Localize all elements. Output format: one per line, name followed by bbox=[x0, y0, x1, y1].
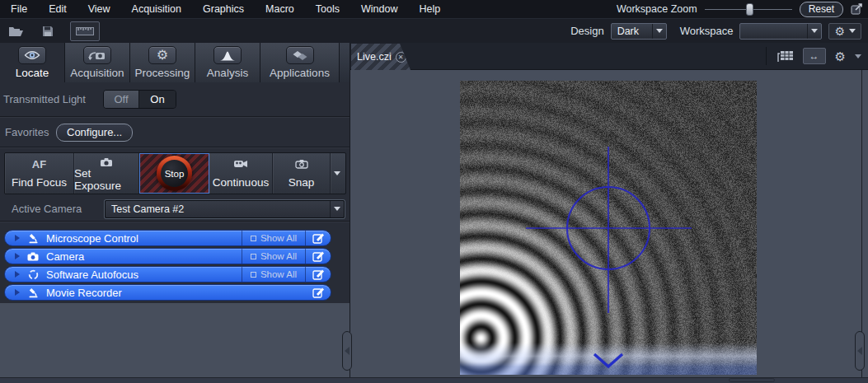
slider-handle[interactable] bbox=[746, 3, 753, 16]
undock-button[interactable] bbox=[306, 287, 331, 298]
show-all-toggle[interactable]: Show All bbox=[242, 267, 306, 282]
undock-button[interactable] bbox=[306, 250, 331, 262]
zen-application-window: File Edit View Acquisition Graphics Macr… bbox=[0, 0, 868, 383]
show-all-label: Show All bbox=[260, 269, 297, 279]
camera-icon bbox=[100, 157, 113, 167]
show-all-toggle[interactable]: Show All bbox=[242, 231, 306, 245]
expander-icon[interactable] bbox=[15, 235, 20, 241]
show-all-toggle[interactable]: Show All bbox=[242, 249, 306, 264]
workspace-zoom-slider[interactable] bbox=[705, 2, 792, 16]
document-tab-label: Live.czi bbox=[357, 51, 392, 63]
transmitted-light-toggle[interactable]: Off On bbox=[103, 90, 176, 109]
camera-icon bbox=[26, 252, 40, 261]
tab-acquisition[interactable]: Acquisition bbox=[65, 43, 130, 82]
button-label: Snap bbox=[289, 176, 315, 189]
undock-button[interactable] bbox=[306, 269, 331, 280]
toggle-off-button[interactable]: Off bbox=[104, 91, 139, 108]
tool-header-software-autofocus[interactable]: Software Autofocus Show All bbox=[4, 266, 331, 283]
tool-header-movie-recorder[interactable]: Movie Recorder bbox=[4, 284, 331, 301]
autofocus-icon bbox=[26, 269, 40, 280]
save-icon[interactable] bbox=[42, 26, 54, 37]
toggle-on-button[interactable]: On bbox=[139, 91, 176, 108]
menu-window[interactable]: Window bbox=[350, 0, 408, 18]
tab-processing[interactable]: ⚙ Processing bbox=[130, 43, 195, 82]
chevron-down-icon bbox=[849, 29, 856, 33]
tab-locate[interactable]: Locate bbox=[0, 43, 65, 82]
microscope-icon bbox=[26, 233, 40, 244]
menu-tools[interactable]: Tools bbox=[305, 0, 350, 18]
gear-icon: ⚙ bbox=[148, 46, 176, 64]
movie-recorder-icon bbox=[26, 287, 40, 298]
tab-applications[interactable]: Applications bbox=[260, 43, 340, 82]
workspace-label: Workspace bbox=[680, 25, 734, 37]
close-icon[interactable]: ✕ bbox=[396, 52, 406, 63]
menu-graphics[interactable]: Graphics bbox=[192, 0, 255, 18]
stop-ring: Stop bbox=[157, 156, 192, 191]
tab-analysis[interactable]: Analysis bbox=[195, 43, 260, 82]
document-tab-live-czi[interactable]: Live.czi ✕ bbox=[351, 44, 411, 70]
bottom-panel-collapse-handle[interactable] bbox=[729, 378, 775, 382]
gear-icon[interactable]: ⚙ bbox=[835, 50, 846, 63]
stop-button[interactable]: Stop bbox=[139, 153, 209, 194]
workspace-settings-button[interactable]: ⚙ bbox=[828, 23, 861, 40]
expander-icon[interactable] bbox=[15, 253, 20, 259]
menu-help[interactable]: Help bbox=[408, 0, 451, 18]
left-panel-collapse-handle[interactable] bbox=[342, 331, 352, 371]
chevron-down-icon[interactable] bbox=[330, 201, 344, 217]
live-camera-image[interactable] bbox=[460, 81, 757, 375]
workspace-select[interactable] bbox=[739, 23, 822, 40]
right-panel-collapse-handle[interactable] bbox=[855, 331, 865, 371]
show-all-label: Show All bbox=[260, 251, 297, 261]
checkbox-icon[interactable] bbox=[251, 272, 256, 278]
set-exposure-button[interactable]: Set Exposure bbox=[74, 153, 139, 194]
design-label: Design bbox=[570, 25, 603, 37]
open-folder-icon[interactable] bbox=[8, 26, 24, 37]
menu-acquisition[interactable]: Acquisition bbox=[121, 0, 192, 18]
tool-header-camera[interactable]: Camera Show All bbox=[4, 248, 331, 264]
configure-button[interactable]: Configure... bbox=[56, 124, 133, 142]
expander-icon[interactable] bbox=[15, 289, 20, 296]
gear-icon: ⚙ bbox=[834, 26, 845, 37]
snap-button[interactable]: Snap bbox=[273, 153, 331, 194]
camera-arrow-icon bbox=[83, 46, 111, 64]
design-select[interactable]: Dark bbox=[611, 23, 667, 40]
reset-button[interactable]: Reset bbox=[800, 2, 843, 17]
checkbox-icon[interactable] bbox=[251, 236, 256, 241]
collapse-left-icon bbox=[345, 347, 350, 355]
ruler-tool-icon[interactable] bbox=[70, 21, 100, 41]
active-camera-select[interactable]: Test Camera #2 bbox=[105, 200, 345, 218]
expand-horizontal-icon[interactable]: ↔ bbox=[803, 48, 826, 64]
more-actions-button[interactable] bbox=[331, 153, 344, 194]
continuous-button[interactable]: Continuous bbox=[209, 153, 273, 194]
document-tab-strip: Live.czi ✕ ↔ ⚙ bbox=[350, 43, 868, 70]
chevron-down-icon[interactable] bbox=[652, 24, 666, 39]
checkbox-icon[interactable] bbox=[251, 254, 256, 259]
menu-file[interactable]: File bbox=[0, 0, 38, 18]
chevron-down-icon[interactable] bbox=[807, 24, 821, 39]
menu-edit[interactable]: Edit bbox=[38, 0, 77, 18]
tool-header-label: Movie Recorder bbox=[46, 287, 306, 299]
locate-panel: Transmitted Light Off On Favorites Confi… bbox=[0, 82, 350, 303]
main-tab-strip: Locate Acquisition ⚙ Processing Analysis… bbox=[0, 43, 350, 82]
export-icon[interactable] bbox=[851, 3, 863, 15]
expander-icon[interactable] bbox=[15, 271, 20, 278]
tool-header-label: Software Autofocus bbox=[46, 269, 242, 281]
tool-header-microscope-control[interactable]: Microscope Control Show All bbox=[4, 230, 331, 246]
active-camera-label: Active Camera bbox=[12, 203, 105, 215]
tab-label: Analysis bbox=[207, 67, 248, 79]
eye-icon bbox=[18, 46, 46, 64]
collapse-left-icon bbox=[857, 347, 862, 355]
transmitted-light-label: Transmitted Light bbox=[3, 93, 103, 105]
peak-icon bbox=[213, 46, 242, 64]
tab-label: Applications bbox=[270, 67, 330, 79]
button-label: Find Focus bbox=[12, 176, 67, 189]
find-focus-button[interactable]: AF Find Focus bbox=[5, 153, 74, 194]
divider bbox=[766, 47, 767, 65]
menu-view[interactable]: View bbox=[77, 0, 121, 18]
left-splitter[interactable] bbox=[350, 43, 350, 377]
toolbar: Design Dark Workspace ⚙ bbox=[0, 18, 868, 43]
chevron-down-icon[interactable] bbox=[855, 54, 861, 58]
layout-grid-icon[interactable] bbox=[777, 50, 794, 63]
menu-macro[interactable]: Macro bbox=[255, 0, 305, 18]
undock-button[interactable] bbox=[306, 232, 331, 244]
